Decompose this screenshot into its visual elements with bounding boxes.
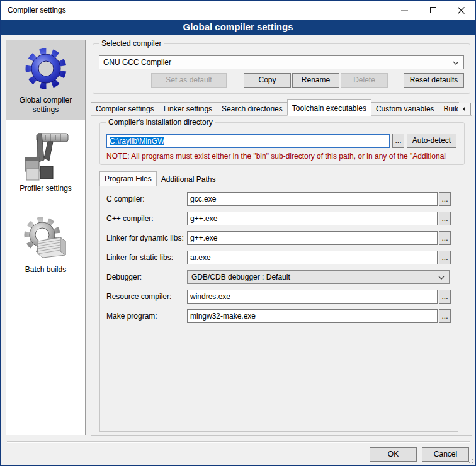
tab-build-options[interactable]: Build — [439, 102, 459, 115]
chevron-down-icon — [438, 276, 445, 280]
sidebar-item-profiler-settings[interactable]: Profiler settings — [6, 125, 85, 198]
cpp-compiler-label: C++ compiler: — [106, 214, 187, 223]
subtab-additional-paths[interactable]: Additional Paths — [156, 173, 221, 186]
cancel-button[interactable]: Cancel — [422, 447, 469, 462]
install-dir-selected-text: C:\raylib\MinGW — [110, 137, 164, 145]
maximize-icon — [430, 7, 436, 13]
make-program-label: Make program: — [106, 312, 187, 321]
debugger-label: Debugger: — [106, 273, 187, 281]
window-controls — [390, 1, 475, 20]
compiler-settings-tabstrip: Compiler settings Linker settings Search… — [91, 99, 472, 115]
static-linker-input[interactable] — [187, 251, 438, 264]
field-row-dynamic-linker: Linker for dynamic libs: ... — [106, 231, 451, 245]
tab-linker-settings[interactable]: Linker settings — [159, 102, 217, 115]
tab-scroll-right-button[interactable] — [470, 103, 476, 115]
field-row-static-linker: Linker for static libs: ... — [106, 251, 451, 264]
sidebar-item-label: Global compiler settings — [20, 96, 72, 114]
program-files-tabstrip: Program Files Additional Paths — [99, 171, 467, 186]
resize-grip[interactable] — [467, 457, 473, 463]
toolchain-executables-panel: Compiler's installation directory C:\ray… — [91, 115, 472, 436]
footer-divider — [7, 441, 470, 443]
arrow-left-icon — [462, 106, 466, 111]
static-linker-label: Linker for static libs: — [106, 253, 187, 262]
sidebar-item-global-compiler-settings[interactable]: Global compiler settings — [6, 40, 85, 120]
resource-compiler-label: Resource compiler: — [106, 292, 187, 301]
c-compiler-input[interactable] — [187, 192, 438, 206]
set-as-default-button[interactable]: Set as default — [151, 73, 227, 88]
cpp-compiler-input[interactable] — [187, 212, 438, 225]
c-compiler-label: C compiler: — [106, 195, 187, 203]
delete-button[interactable]: Delete — [341, 73, 388, 88]
sidebar-item-label: Batch builds — [25, 265, 66, 274]
tab-scroll-left-button[interactable] — [458, 103, 471, 115]
window-title: Compiler settings — [8, 1, 66, 20]
installation-directory-row: C:\raylib\MinGW ... Auto-detect — [106, 134, 458, 148]
tab-compiler-settings[interactable]: Compiler settings — [91, 102, 159, 115]
resource-compiler-input[interactable] — [187, 290, 438, 304]
batch-builds-icon — [21, 213, 71, 263]
chevron-down-icon — [453, 61, 459, 65]
profiler-settings-icon — [20, 130, 72, 181]
close-button[interactable] — [447, 1, 475, 20]
sidebar-item-label: Profiler settings — [20, 184, 72, 193]
minimize-button[interactable] — [390, 1, 419, 20]
selected-compiler-legend: Selected compiler — [99, 39, 164, 48]
selected-compiler-combobox[interactable]: GNU GCC Compiler — [99, 55, 464, 69]
cpp-compiler-browse-button[interactable]: ... — [439, 212, 451, 225]
dialog-banner: Global compiler settings — [1, 20, 475, 35]
tab-scroll-controls — [458, 103, 476, 115]
tab-toolchain-executables[interactable]: Toolchain executables — [287, 99, 371, 116]
compiler-settings-dialog: Compiler settings Global compiler settin… — [0, 0, 476, 466]
dynamic-linker-label: Linker for dynamic libs: — [106, 234, 187, 242]
bin-subdirectory-note: NOTE: All programs must exist either in … — [106, 152, 458, 161]
copy-button[interactable]: Copy — [244, 73, 291, 88]
titlebar[interactable]: Compiler settings — [1, 1, 475, 20]
field-row-cpp-compiler: C++ compiler: ... — [106, 212, 451, 225]
field-row-resource-compiler: Resource compiler: ... — [106, 290, 451, 304]
field-row-c-compiler: C compiler: ... — [106, 192, 451, 206]
minimize-icon — [401, 10, 408, 11]
installation-directory-group: Compiler's installation directory C:\ray… — [99, 122, 465, 165]
debugger-combobox[interactable]: GDB/CDB debugger : Default — [187, 270, 450, 284]
resource-compiler-browse-button[interactable]: ... — [439, 290, 451, 304]
maximize-button[interactable] — [419, 1, 447, 20]
install-dir-browse-button[interactable]: ... — [392, 134, 404, 148]
close-icon — [458, 7, 465, 14]
installation-directory-legend: Compiler's installation directory — [106, 118, 215, 127]
tab-custom-variables[interactable]: Custom variables — [371, 102, 439, 115]
sidebar-item-batch-builds[interactable]: Batch builds — [6, 208, 85, 280]
selected-compiler-group: Selected compiler GNU GCC Compiler Set a… — [93, 43, 470, 94]
dynamic-linker-input[interactable] — [187, 231, 438, 245]
make-program-browse-button[interactable]: ... — [439, 309, 451, 323]
debugger-value: GDB/CDB debugger : Default — [191, 273, 290, 281]
field-row-debugger: Debugger: GDB/CDB debugger : Default — [106, 270, 451, 284]
program-files-panel: C compiler: ... C++ compiler: ... Linker… — [99, 186, 458, 432]
ok-button[interactable]: OK — [370, 447, 417, 462]
make-program-input[interactable] — [187, 309, 438, 323]
subtab-program-files[interactable]: Program Files — [99, 171, 157, 186]
compiler-buttons-row: Set as default Copy Rename Delete Reset … — [99, 73, 464, 88]
auto-detect-button[interactable]: Auto-detect — [407, 134, 456, 148]
selected-compiler-value: GNU GCC Compiler — [103, 58, 171, 67]
dynamic-linker-browse-button[interactable]: ... — [439, 231, 451, 245]
settings-category-sidebar: Global compiler settings Profiler settin… — [6, 40, 86, 435]
reset-defaults-button[interactable]: Reset defaults — [404, 73, 464, 88]
main-content: Selected compiler GNU GCC Compiler Set a… — [91, 40, 472, 436]
install-dir-input[interactable]: C:\raylib\MinGW — [106, 134, 390, 148]
tab-search-directories[interactable]: Search directories — [217, 102, 288, 115]
c-compiler-browse-button[interactable]: ... — [439, 192, 451, 206]
field-row-make-program: Make program: ... — [106, 309, 451, 323]
global-compiler-settings-icon — [22, 45, 70, 93]
rename-button[interactable]: Rename — [292, 73, 339, 88]
static-linker-browse-button[interactable]: ... — [439, 251, 451, 264]
